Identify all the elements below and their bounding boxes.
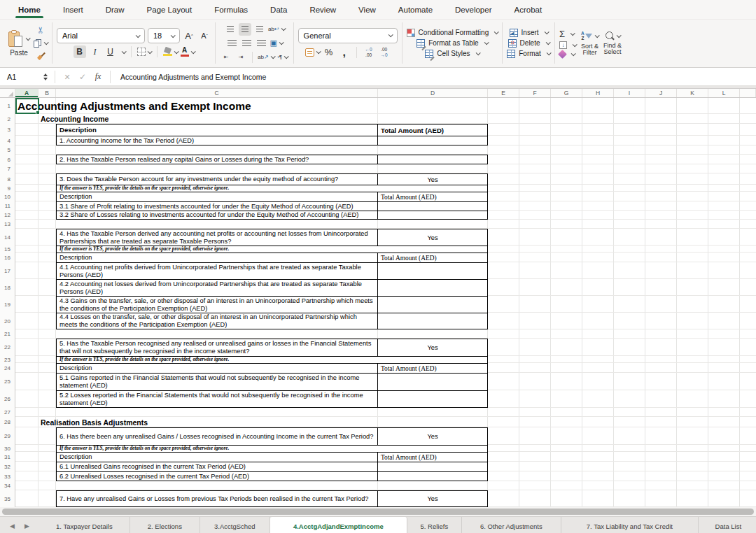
- column-header-G[interactable]: G: [551, 89, 582, 97]
- column-header-I[interactable]: I: [614, 89, 645, 97]
- cell-C6[interactable]: 2. Has the Taxable Person realised any c…: [57, 155, 378, 164]
- cell-D29[interactable]: Yes: [378, 428, 487, 445]
- column-header-L[interactable]: L: [708, 89, 740, 97]
- row-header-33[interactable]: 33: [0, 471, 15, 481]
- cell-D4[interactable]: [378, 136, 487, 145]
- paste-chevron-icon[interactable]: [26, 36, 31, 41]
- cell-D19[interactable]: [378, 297, 487, 313]
- menu-automate[interactable]: Automate: [387, 0, 444, 19]
- column-header-H[interactable]: H: [582, 89, 614, 97]
- percent-style-button[interactable]: %: [323, 46, 335, 59]
- row-header-35[interactable]: 35: [0, 490, 15, 507]
- cut-button[interactable]: ✂: [34, 24, 48, 36]
- borders-button[interactable]: [137, 45, 151, 58]
- cell-C10[interactable]: Description: [57, 192, 378, 201]
- menu-home[interactable]: Home: [7, 0, 52, 19]
- font-size-select[interactable]: 18: [148, 28, 180, 43]
- cell-C23[interactable]: If the answer is YES, provide the detail…: [57, 357, 487, 363]
- row-header-31[interactable]: 31: [0, 452, 15, 462]
- row-header-18[interactable]: 18: [0, 279, 15, 296]
- autosum-button[interactable]: Σ: [559, 29, 576, 39]
- clear-button[interactable]: [559, 51, 576, 57]
- copy-button[interactable]: [34, 37, 48, 49]
- menu-formulas[interactable]: Formulas: [203, 0, 259, 19]
- align-right-button[interactable]: [255, 37, 268, 50]
- merge-center-button[interactable]: ▣: [270, 37, 283, 50]
- column-header-B[interactable]: B: [38, 89, 56, 97]
- name-box[interactable]: A1: [0, 73, 43, 81]
- sheet-tab-6-other-adjustments[interactable]: 6. Other Adjustments: [462, 517, 561, 533]
- menu-developer[interactable]: Developer: [444, 0, 503, 19]
- row-header-3[interactable]: 3: [0, 124, 15, 136]
- decrease-decimal-button[interactable]: .00→0: [378, 46, 391, 59]
- column-header-E[interactable]: E: [488, 89, 519, 97]
- cell-D25[interactable]: [378, 374, 487, 390]
- cell-C18[interactable]: 4.2 Accounting net losses derived from U…: [57, 280, 378, 296]
- cell-D33[interactable]: [378, 472, 487, 481]
- increase-indent-button[interactable]: ⇥: [234, 51, 247, 64]
- menu-review[interactable]: Review: [298, 0, 347, 19]
- select-all-corner[interactable]: [0, 89, 15, 97]
- enter-button[interactable]: ✓: [75, 72, 90, 82]
- row-header-6[interactable]: 6: [0, 155, 15, 164]
- row-header-14[interactable]: 14: [0, 229, 15, 246]
- row-header-2[interactable]: 2: [0, 114, 15, 124]
- horizontal-scrollbar-thumb[interactable]: [2, 509, 754, 515]
- row-header-19[interactable]: 19: [0, 296, 15, 313]
- column-header-A[interactable]: A: [15, 89, 38, 97]
- cell-C31[interactable]: Description: [57, 453, 378, 462]
- row-header-9[interactable]: 9: [0, 185, 15, 192]
- cell-C11[interactable]: 3.1 Share of Profit relating to investme…: [57, 202, 378, 211]
- column-header-F[interactable]: F: [519, 89, 551, 97]
- cell-D14[interactable]: Yes: [378, 229, 487, 246]
- fill-color-button[interactable]: [163, 45, 178, 58]
- cell-C32[interactable]: 6.1 Unrealised Gains recognised in the c…: [57, 462, 378, 471]
- cell-D12[interactable]: [378, 211, 487, 219]
- next-sheet-arrow-icon[interactable]: ▶: [24, 523, 29, 530]
- align-center-button[interactable]: [241, 37, 253, 50]
- cell-C9[interactable]: If the answer is YES, provide the detail…: [57, 185, 487, 192]
- menu-view[interactable]: View: [347, 0, 387, 19]
- sheet-tab-data-list[interactable]: Data List: [699, 517, 756, 533]
- selected-cell-A1[interactable]: [15, 98, 39, 114]
- row-header-22[interactable]: 22: [0, 339, 15, 356]
- cell-C33[interactable]: 6.2 Unrealised Losses recognised in the …: [57, 472, 378, 481]
- cell-D35[interactable]: Yes: [378, 491, 487, 506]
- column-header-C[interactable]: C: [56, 89, 378, 97]
- row-header-21[interactable]: 21: [0, 329, 15, 339]
- cell-C25[interactable]: 5.1 Gains reported in the Financial Stat…: [57, 374, 378, 390]
- format-painter-button[interactable]: [34, 50, 48, 62]
- formula-input[interactable]: Accounting Adjustments and Exempt Income: [115, 73, 266, 81]
- orientation-button[interactable]: ab↗: [258, 51, 274, 64]
- cell-D26[interactable]: [378, 391, 487, 407]
- underline-button[interactable]: U: [104, 45, 117, 58]
- bold-button[interactable]: B: [74, 45, 86, 58]
- shrink-font-button[interactable]: Aˇ: [198, 29, 211, 42]
- row-header-26[interactable]: 26: [0, 390, 15, 408]
- cell-C15[interactable]: If the answer is YES, provide the detail…: [57, 246, 487, 253]
- align-top-button[interactable]: [224, 23, 237, 36]
- cell-C17[interactable]: 4.1 Accounting net profits derived from …: [57, 263, 378, 279]
- column-header-J[interactable]: J: [645, 89, 677, 97]
- column-header-D[interactable]: D: [378, 89, 488, 97]
- italic-button[interactable]: I: [89, 45, 102, 58]
- cell-C16[interactable]: Description: [57, 253, 378, 262]
- row-header-17[interactable]: 17: [0, 262, 15, 279]
- sheet-tab-1-taxpayer-details[interactable]: 1. Taxpayer Details: [39, 517, 130, 533]
- menu-insert[interactable]: Insert: [52, 0, 94, 19]
- format-as-table-button[interactable]: Format as Table: [416, 39, 488, 48]
- sheet-tab-7-tax-liability-and-tax-credit[interactable]: 7. Tax Liability and Tax Credit: [561, 517, 699, 533]
- cell-C19[interactable]: 4.3 Gains on the transfer, sale, or othe…: [57, 297, 378, 313]
- cell-D18[interactable]: [378, 280, 487, 296]
- cell-styles-button[interactable]: Cell Styles: [425, 50, 479, 58]
- row-header-27[interactable]: 27: [0, 408, 15, 417]
- menu-page-layout[interactable]: Page Layout: [136, 0, 204, 19]
- prev-sheet-arrow-icon[interactable]: ◀: [10, 523, 15, 530]
- text-direction-button[interactable]: ›¶: [276, 51, 289, 64]
- delete-cells-button[interactable]: ✕ Delete: [508, 39, 550, 48]
- row-header-12[interactable]: 12: [0, 211, 15, 220]
- decrease-indent-button[interactable]: ⇤: [220, 51, 232, 64]
- cell-D20[interactable]: [378, 313, 487, 329]
- cell-C30[interactable]: If the answer is YES, provide the detail…: [57, 446, 487, 452]
- conditional-formatting-button[interactable]: Conditional Formatting: [407, 29, 498, 37]
